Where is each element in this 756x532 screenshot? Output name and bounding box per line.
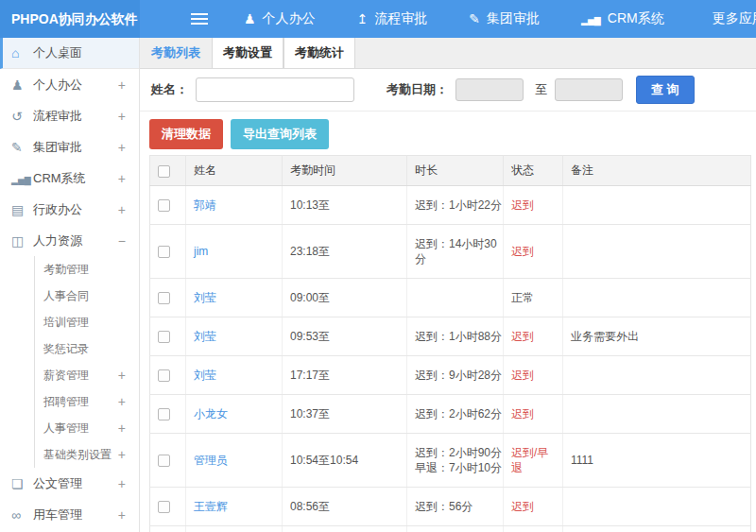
table-row: 刘莹 17:17至 迟到：9小时28分 迟到 xyxy=(150,356,751,395)
employee-name-link[interactable]: 王壹辉 xyxy=(194,500,228,513)
expand-toggle[interactable]: + xyxy=(118,77,126,93)
table-row: 刘莹 09:53至 迟到：1小时88分 迟到 业务需要外出 xyxy=(150,317,751,356)
sidebar-item[interactable]: 招聘管理 + xyxy=(34,388,139,415)
attendance-time-cell: 09:53至 xyxy=(283,317,407,356)
duration-cell: 迟到：1小时22分 xyxy=(407,186,504,225)
column-header: 时长 xyxy=(407,156,504,186)
attendance-time-cell: 09:00至 xyxy=(283,279,407,317)
table-row: jim 23:18至 迟到：14小时30 分 迟到 xyxy=(150,225,751,279)
status-cell: 迟到 xyxy=(504,317,563,356)
row-checkbox[interactable] xyxy=(158,331,170,343)
sidebar-item[interactable]: 公文管理 + xyxy=(0,468,139,499)
sidebar-item-label: 人事管理 xyxy=(43,420,89,437)
row-checkbox[interactable] xyxy=(158,199,170,212)
remark-cell xyxy=(563,395,751,434)
top-nav-label: 集团审批 xyxy=(487,10,540,27)
expand-toggle[interactable]: + xyxy=(118,394,126,409)
name-cell: 管理员 xyxy=(186,434,283,488)
edit-icon xyxy=(11,140,33,155)
top-nav-item[interactable]: 个人办公 xyxy=(244,10,321,27)
sidebar-item[interactable]: 用车管理 + xyxy=(0,499,139,530)
top-nav-label: 个人办公 xyxy=(263,10,316,27)
remark-cell xyxy=(563,279,751,317)
status-cell: 迟到 xyxy=(504,225,563,279)
row-checkbox[interactable] xyxy=(158,408,170,420)
table-row: 王壹辉 08:56至 迟到：56分 迟到 xyxy=(150,488,751,526)
status-cell: 迟到 xyxy=(504,395,563,434)
employee-name-link[interactable]: jim xyxy=(194,245,208,258)
row-checkbox[interactable] xyxy=(158,369,170,382)
top-nav: 个人办公 流程审批 集团审批 CRM系统 更多应用 ▾ xyxy=(208,10,756,27)
row-checkbox[interactable] xyxy=(158,501,170,513)
top-nav-item[interactable]: 流程审批 xyxy=(357,10,434,27)
expand-toggle[interactable]: + xyxy=(118,171,126,186)
expand-toggle[interactable]: + xyxy=(118,447,126,462)
remark-cell: 业务需要外出 xyxy=(563,317,751,356)
sidebar-item[interactable]: 行政办公 + xyxy=(0,194,139,225)
checkbox-cell xyxy=(150,356,186,395)
employee-name-link[interactable]: 小龙女 xyxy=(194,407,228,420)
column-header: 姓名 xyxy=(186,156,283,186)
row-checkbox[interactable] xyxy=(158,455,170,467)
top-nav-item[interactable]: 更多应用 ▾ xyxy=(706,10,756,27)
employee-name-link[interactable]: 刘莹 xyxy=(194,369,216,382)
date-to-input[interactable] xyxy=(555,78,623,101)
name-input[interactable] xyxy=(196,77,354,102)
expand-toggle[interactable]: + xyxy=(118,109,126,124)
sidebar-item[interactable]: 人事合同 xyxy=(34,283,139,309)
column-header: 备注 xyxy=(563,156,751,186)
sidebar-item[interactable]: 基础类别设置 + xyxy=(34,441,139,468)
expand-toggle[interactable]: + xyxy=(118,507,126,523)
tab[interactable]: 考勤设置 xyxy=(212,38,284,68)
date-to-label: 至 xyxy=(535,81,547,98)
table-row: 管理员 10:54至10:54 迟到：2小时90分 早退：7小时10分 迟到/早… xyxy=(150,434,751,488)
date-from-input[interactable] xyxy=(455,78,524,101)
employee-name-link[interactable]: 刘莹 xyxy=(194,291,216,304)
attendance-time-cell: 10:37至 xyxy=(283,395,407,434)
status-cell: 迟到 xyxy=(504,488,563,526)
column-header: 考勤时间 xyxy=(283,156,407,186)
expand-toggle[interactable]: − xyxy=(118,233,126,249)
expand-toggle[interactable]: + xyxy=(118,140,126,155)
expand-toggle[interactable]: + xyxy=(118,420,126,436)
expand-toggle[interactable]: + xyxy=(118,202,126,217)
sidebar-item[interactable]: 奖惩记录 xyxy=(34,335,139,362)
sidebar-item[interactable]: 培训管理 xyxy=(34,309,139,335)
clean-data-button[interactable]: 清理数据 xyxy=(149,119,223,149)
sidebar-item[interactable]: 流程审批 + xyxy=(0,100,139,131)
query-button[interactable]: 查 询 xyxy=(636,76,695,104)
tab[interactable]: 考勤统计 xyxy=(284,38,355,68)
sidebar-item[interactable]: 人力资源 − xyxy=(0,225,139,256)
duration-cell: 迟到：14小时30 分 xyxy=(407,225,504,279)
export-list-button[interactable]: 导出查询列表 xyxy=(231,119,329,149)
checkbox-cell xyxy=(150,488,186,526)
tab[interactable]: 考勤列表 xyxy=(140,38,212,68)
sidebar-item[interactable]: 人事管理 + xyxy=(34,415,139,441)
sidebar-item[interactable]: 考勤管理 xyxy=(34,256,139,283)
chart-icon xyxy=(11,171,33,186)
employee-name-link[interactable]: 郭靖 xyxy=(194,198,216,212)
expand-toggle[interactable]: + xyxy=(118,368,126,383)
top-nav-item[interactable]: 集团审批 xyxy=(469,10,545,27)
top-nav-item[interactable]: CRM系统 xyxy=(581,10,670,27)
sidebar-item[interactable]: 个人桌面 xyxy=(0,38,139,69)
menu-icon[interactable] xyxy=(191,13,208,25)
expand-toggle[interactable]: + xyxy=(118,476,126,491)
sidebar-item[interactable]: 个人办公 + xyxy=(0,69,139,100)
status-text: 迟到 xyxy=(511,500,534,513)
row-checkbox[interactable] xyxy=(158,246,170,258)
row-checkbox[interactable] xyxy=(158,292,170,304)
sidebar: 个人桌面 个人办公 + 流程审批 + 集团审批 + CRM系统 + 行政办公 +… xyxy=(0,38,140,532)
sidebar-item[interactable]: 集团审批 + xyxy=(0,131,139,163)
select-all-checkbox[interactable] xyxy=(158,165,170,178)
employee-name-link[interactable]: 管理员 xyxy=(194,454,228,467)
remark-cell xyxy=(563,356,751,395)
sidebar-item[interactable]: CRM系统 + xyxy=(0,163,139,194)
sidebar-item-label: 用车管理 xyxy=(33,506,82,523)
sidebar-item[interactable]: 薪资管理 + xyxy=(34,362,139,388)
duration-cell: 迟到：56分 xyxy=(407,488,504,526)
employee-name-link[interactable]: 刘莹 xyxy=(194,330,216,343)
status-text: 迟到 xyxy=(511,245,534,258)
top-bar: PHPOA协同办公软件 个人办公 流程审批 集团审批 CRM系统 更多应用 ▾ xyxy=(0,0,756,38)
user-icon xyxy=(244,11,256,26)
